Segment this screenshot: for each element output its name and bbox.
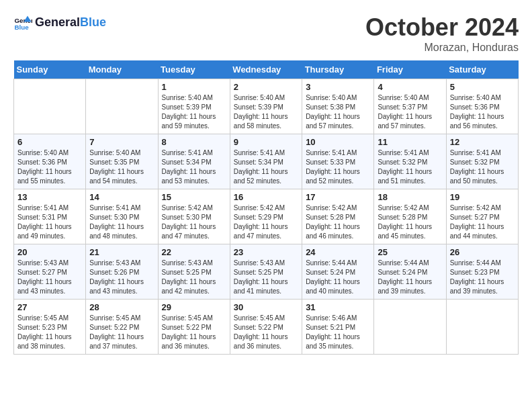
calendar-cell: 11Sunrise: 5:41 AM Sunset: 5:32 PM Dayli…: [374, 134, 446, 189]
day-number: 21: [89, 247, 154, 257]
calendar-cell: [14, 79, 86, 134]
weekday-header: Monday: [86, 60, 158, 79]
calendar-cell: 31Sunrise: 5:46 AM Sunset: 5:21 PM Dayli…: [302, 300, 374, 355]
calendar-table: SundayMondayTuesdayWednesdayThursdayFrid…: [13, 60, 519, 355]
cell-content: Sunrise: 5:45 AM Sunset: 5:23 PM Dayligh…: [17, 314, 82, 351]
month-title: October 2024: [365, 13, 519, 42]
cell-content: Sunrise: 5:44 AM Sunset: 5:24 PM Dayligh…: [378, 259, 442, 296]
weekday-header: Thursday: [302, 60, 374, 79]
calendar-cell: 30Sunrise: 5:45 AM Sunset: 5:22 PM Dayli…: [230, 300, 302, 355]
day-number: 24: [306, 247, 370, 257]
calendar-cell: 5Sunrise: 5:40 AM Sunset: 5:36 PM Daylig…: [446, 79, 518, 134]
cell-content: Sunrise: 5:41 AM Sunset: 5:34 PM Dayligh…: [162, 148, 226, 186]
calendar-cell: 9Sunrise: 5:41 AM Sunset: 5:34 PM Daylig…: [230, 134, 302, 189]
day-number: 14: [89, 192, 154, 202]
cell-content: Sunrise: 5:41 AM Sunset: 5:32 PM Dayligh…: [450, 148, 515, 186]
day-number: 25: [378, 247, 442, 257]
cell-content: Sunrise: 5:45 AM Sunset: 5:22 PM Dayligh…: [89, 314, 154, 351]
day-number: 7: [89, 137, 154, 147]
calendar-cell: 19Sunrise: 5:42 AM Sunset: 5:27 PM Dayli…: [446, 189, 518, 244]
day-number: 16: [234, 192, 298, 202]
calendar-cell: 26Sunrise: 5:44 AM Sunset: 5:23 PM Dayli…: [446, 244, 518, 300]
weekday-header-row: SundayMondayTuesdayWednesdayThursdayFrid…: [14, 60, 519, 79]
calendar-cell: [446, 300, 518, 355]
calendar-cell: 22Sunrise: 5:43 AM Sunset: 5:25 PM Dayli…: [158, 244, 230, 300]
calendar-cell: 13Sunrise: 5:41 AM Sunset: 5:31 PM Dayli…: [14, 189, 86, 244]
cell-content: Sunrise: 5:41 AM Sunset: 5:31 PM Dayligh…: [17, 203, 82, 241]
cell-content: Sunrise: 5:40 AM Sunset: 5:36 PM Dayligh…: [450, 93, 515, 131]
day-number: 1: [162, 82, 226, 92]
logo: General Blue GeneralBlue: [13, 13, 106, 32]
calendar-cell: 21Sunrise: 5:43 AM Sunset: 5:26 PM Dayli…: [86, 244, 158, 300]
cell-content: Sunrise: 5:41 AM Sunset: 5:30 PM Dayligh…: [89, 203, 154, 241]
logo-name: GeneralBlue: [35, 16, 106, 30]
cell-content: Sunrise: 5:41 AM Sunset: 5:33 PM Dayligh…: [306, 148, 370, 186]
day-number: 28: [89, 302, 154, 312]
day-number: 11: [378, 137, 442, 147]
calendar-cell: [374, 300, 446, 355]
cell-content: Sunrise: 5:43 AM Sunset: 5:27 PM Dayligh…: [17, 259, 82, 296]
weekday-header: Saturday: [446, 60, 518, 79]
calendar-week-row: 20Sunrise: 5:43 AM Sunset: 5:27 PM Dayli…: [14, 244, 519, 300]
cell-content: Sunrise: 5:40 AM Sunset: 5:38 PM Dayligh…: [306, 93, 370, 131]
cell-content: Sunrise: 5:43 AM Sunset: 5:26 PM Dayligh…: [89, 259, 154, 296]
day-number: 12: [450, 137, 515, 147]
calendar-week-row: 6Sunrise: 5:40 AM Sunset: 5:36 PM Daylig…: [14, 134, 519, 189]
title-block: October 2024 Morazan, Honduras: [365, 13, 519, 54]
day-number: 31: [306, 302, 370, 312]
cell-content: Sunrise: 5:42 AM Sunset: 5:28 PM Dayligh…: [378, 203, 442, 241]
cell-content: Sunrise: 5:41 AM Sunset: 5:34 PM Dayligh…: [234, 148, 298, 186]
cell-content: Sunrise: 5:46 AM Sunset: 5:21 PM Dayligh…: [306, 314, 370, 351]
calendar-cell: 7Sunrise: 5:40 AM Sunset: 5:35 PM Daylig…: [86, 134, 158, 189]
day-number: 22: [162, 247, 226, 257]
day-number: 15: [162, 192, 226, 202]
page-header: General Blue GeneralBlue October 2024 Mo…: [13, 13, 519, 54]
day-number: 27: [17, 302, 82, 312]
day-number: 23: [234, 247, 298, 257]
cell-content: Sunrise: 5:44 AM Sunset: 5:24 PM Dayligh…: [306, 259, 370, 296]
cell-content: Sunrise: 5:40 AM Sunset: 5:35 PM Dayligh…: [89, 148, 154, 186]
calendar-cell: 18Sunrise: 5:42 AM Sunset: 5:28 PM Dayli…: [374, 189, 446, 244]
calendar-week-row: 13Sunrise: 5:41 AM Sunset: 5:31 PM Dayli…: [14, 189, 519, 244]
cell-content: Sunrise: 5:42 AM Sunset: 5:29 PM Dayligh…: [234, 203, 298, 241]
cell-content: Sunrise: 5:41 AM Sunset: 5:32 PM Dayligh…: [378, 148, 442, 186]
day-number: 6: [17, 137, 82, 147]
weekday-header: Friday: [374, 60, 446, 79]
day-number: 4: [378, 82, 442, 92]
cell-content: Sunrise: 5:44 AM Sunset: 5:23 PM Dayligh…: [450, 259, 515, 296]
cell-content: Sunrise: 5:45 AM Sunset: 5:22 PM Dayligh…: [162, 314, 226, 351]
calendar-cell: 14Sunrise: 5:41 AM Sunset: 5:30 PM Dayli…: [86, 189, 158, 244]
calendar-cell: 15Sunrise: 5:42 AM Sunset: 5:30 PM Dayli…: [158, 189, 230, 244]
calendar-cell: 16Sunrise: 5:42 AM Sunset: 5:29 PM Dayli…: [230, 189, 302, 244]
calendar-cell: 25Sunrise: 5:44 AM Sunset: 5:24 PM Dayli…: [374, 244, 446, 300]
cell-content: Sunrise: 5:40 AM Sunset: 5:39 PM Dayligh…: [162, 93, 226, 131]
calendar-cell: 23Sunrise: 5:43 AM Sunset: 5:25 PM Dayli…: [230, 244, 302, 300]
calendar-week-row: 27Sunrise: 5:45 AM Sunset: 5:23 PM Dayli…: [14, 300, 519, 355]
calendar-cell: 17Sunrise: 5:42 AM Sunset: 5:28 PM Dayli…: [302, 189, 374, 244]
cell-content: Sunrise: 5:43 AM Sunset: 5:25 PM Dayligh…: [234, 259, 298, 296]
calendar-week-row: 1Sunrise: 5:40 AM Sunset: 5:39 PM Daylig…: [14, 79, 519, 134]
cell-content: Sunrise: 5:42 AM Sunset: 5:30 PM Dayligh…: [162, 203, 226, 241]
day-number: 3: [306, 82, 370, 92]
day-number: 9: [234, 137, 298, 147]
calendar-cell: 3Sunrise: 5:40 AM Sunset: 5:38 PM Daylig…: [302, 79, 374, 134]
cell-content: Sunrise: 5:45 AM Sunset: 5:22 PM Dayligh…: [234, 314, 298, 351]
location: Morazan, Honduras: [365, 42, 519, 54]
day-number: 10: [306, 137, 370, 147]
calendar-cell: [86, 79, 158, 134]
calendar-cell: 6Sunrise: 5:40 AM Sunset: 5:36 PM Daylig…: [14, 134, 86, 189]
day-number: 5: [450, 82, 515, 92]
logo-icon: General Blue: [13, 13, 32, 32]
day-number: 30: [234, 302, 298, 312]
day-number: 2: [234, 82, 298, 92]
calendar-cell: 28Sunrise: 5:45 AM Sunset: 5:22 PM Dayli…: [86, 300, 158, 355]
calendar-cell: 12Sunrise: 5:41 AM Sunset: 5:32 PM Dayli…: [446, 134, 518, 189]
calendar-cell: 24Sunrise: 5:44 AM Sunset: 5:24 PM Dayli…: [302, 244, 374, 300]
weekday-header: Wednesday: [230, 60, 302, 79]
day-number: 20: [17, 247, 82, 257]
cell-content: Sunrise: 5:40 AM Sunset: 5:37 PM Dayligh…: [378, 93, 442, 131]
cell-content: Sunrise: 5:40 AM Sunset: 5:39 PM Dayligh…: [234, 93, 298, 131]
calendar-cell: 4Sunrise: 5:40 AM Sunset: 5:37 PM Daylig…: [374, 79, 446, 134]
svg-text:Blue: Blue: [14, 24, 29, 31]
calendar-cell: 20Sunrise: 5:43 AM Sunset: 5:27 PM Dayli…: [14, 244, 86, 300]
